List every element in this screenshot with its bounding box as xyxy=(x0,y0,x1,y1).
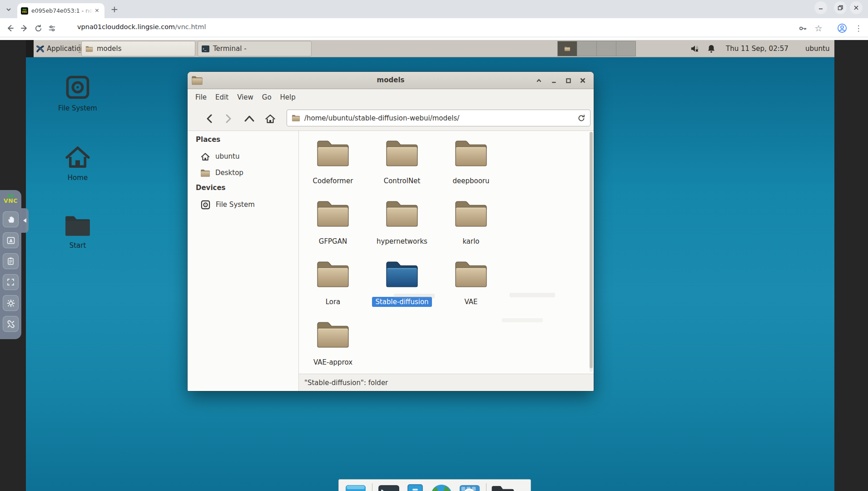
folder-item-hypernetworks[interactable]: hypernetworks xyxy=(367,197,436,257)
workspace-2[interactable] xyxy=(577,41,597,56)
scrollbar-thumb[interactable] xyxy=(590,132,593,368)
desktop-icon-file-system[interactable]: File System xyxy=(50,74,105,112)
shade-button[interactable] xyxy=(533,75,545,86)
home-button[interactable] xyxy=(264,113,277,125)
sidebar-header-devices: Devices xyxy=(196,184,226,192)
folder-item-stable-diffusion-selected[interactable]: Stable-diffusion xyxy=(367,257,436,318)
forward-button[interactable] xyxy=(222,113,235,125)
folder-item-vae-approx[interactable]: VAE-approx xyxy=(299,318,367,374)
folder-item-karlo[interactable]: karlo xyxy=(436,197,506,257)
path-bar[interactable]: /home/ubuntu/stable-diffusion-webui/mode… xyxy=(287,110,590,126)
folder-item-codeformer[interactable]: Codeformer xyxy=(299,136,367,197)
dock-file-manager-icon[interactable] xyxy=(489,482,517,491)
workspace-switcher[interactable] xyxy=(558,41,636,56)
desktop-icon-label: Start xyxy=(69,241,86,250)
workspace-1-active[interactable] xyxy=(557,41,577,56)
folder-item-vae[interactable]: VAE xyxy=(436,257,506,318)
sidebar-item-desktop[interactable]: Desktop xyxy=(200,165,243,180)
tab-title: e095eb74e053:1 - noVNC xyxy=(31,7,93,14)
panel-clock[interactable]: Thu 11 Sep, 02:57 xyxy=(726,40,789,57)
dock-terminal-icon[interactable] xyxy=(375,482,403,491)
status-text: "Stable-diffusion": folder xyxy=(304,379,388,387)
sidebar-item-file-system[interactable]: File System xyxy=(200,197,255,212)
bookmark-star-icon[interactable]: ☆ xyxy=(813,23,824,34)
workspace-4[interactable] xyxy=(616,41,636,56)
tab-search-chevron-icon[interactable] xyxy=(4,5,14,15)
folder-item-controlnet[interactable]: ControlNet xyxy=(367,136,436,197)
novnc-drag-hand-icon[interactable] xyxy=(3,211,19,227)
collapse-arrow-icon xyxy=(23,218,26,223)
dock-file-cabinet-icon[interactable] xyxy=(403,482,427,491)
dock-web-browser-icon[interactable] xyxy=(427,482,456,491)
mini-folder-icon xyxy=(564,46,570,51)
location-toolbar: /home/ubuntu/stable-diffusion-webui/mode… xyxy=(188,105,594,131)
window-close-button[interactable] xyxy=(850,1,863,14)
novnc-settings-gear-icon[interactable] xyxy=(3,295,19,311)
novnc-fullscreen-icon[interactable] xyxy=(3,274,19,290)
window-minimize-button[interactable] xyxy=(814,1,827,14)
folder-item-lora[interactable]: Lora xyxy=(299,257,367,318)
site-info-icon[interactable] xyxy=(46,23,57,34)
menu-help[interactable]: Help xyxy=(280,93,296,101)
minimize-button[interactable] xyxy=(548,75,560,86)
folder-icon xyxy=(384,137,420,168)
profile-avatar-icon[interactable] xyxy=(837,23,848,34)
browser-tab[interactable]: noVNC e095eb74e053:1 - noVNC × xyxy=(17,3,104,18)
url-bar[interactable]: vpna01clouddock.lingsie.com/vnc.html xyxy=(77,23,206,30)
folder-grid: Codeformer ControlNet deepbooru GFP xyxy=(299,136,506,374)
dock-separator xyxy=(372,483,372,491)
novnc-disconnect-icon[interactable] xyxy=(3,316,19,332)
workspace-3[interactable] xyxy=(596,41,616,56)
panel-user-label[interactable]: ubuntu xyxy=(805,40,829,57)
notifications-bell-icon[interactable] xyxy=(707,40,715,57)
tab-close-icon[interactable]: × xyxy=(93,7,101,15)
taskbar-button-models[interactable]: models xyxy=(81,41,195,56)
svg-text:A: A xyxy=(9,238,13,243)
menu-edit[interactable]: Edit xyxy=(215,93,228,101)
close-button[interactable] xyxy=(577,75,589,86)
new-tab-button[interactable]: + xyxy=(109,4,120,15)
novnc-clipboard-icon[interactable] xyxy=(3,253,19,269)
folder-label: ControlNet xyxy=(381,176,424,186)
xfce-panel: Applications models ›_ Terminal - xyxy=(26,40,834,57)
path-text[interactable]: /home/ubuntu/stable-diffusion-webui/mode… xyxy=(304,114,573,122)
folder-icon xyxy=(315,319,351,350)
volume-muted-icon[interactable] xyxy=(690,40,700,57)
reload-icon[interactable] xyxy=(577,114,585,122)
menubar: File Edit View Go Help xyxy=(188,89,594,105)
url-path: /vnc.html xyxy=(175,23,206,30)
maximize-button[interactable] xyxy=(562,75,574,86)
novnc-panel-handle[interactable] xyxy=(21,208,29,233)
menu-view[interactable]: View xyxy=(237,93,253,101)
folder-icon-selected xyxy=(384,258,420,289)
desktop-icon-home[interactable]: Home xyxy=(50,143,105,182)
file-icon-view[interactable]: Codeformer ControlNet deepbooru GFP xyxy=(299,131,594,374)
titlebar[interactable]: models xyxy=(188,72,594,89)
browser-forward-icon[interactable] xyxy=(19,23,30,34)
menu-file[interactable]: File xyxy=(195,93,207,101)
scrollbar[interactable] xyxy=(590,132,593,372)
novnc-control-bar: no VNC A xyxy=(0,190,21,339)
dock-app-finder-icon[interactable] xyxy=(456,482,484,491)
tasklist-grip xyxy=(79,45,81,53)
menu-go[interactable]: Go xyxy=(262,93,272,101)
back-button[interactable] xyxy=(203,113,216,125)
novnc-keyboard-icon[interactable]: A xyxy=(3,232,19,248)
url-domain: vpna01clouddock.lingsie.com xyxy=(77,23,175,30)
window-restore-button[interactable] xyxy=(834,1,847,14)
sidebar-item-ubuntu[interactable]: ubuntu xyxy=(200,149,239,164)
browser-menu-dots-icon[interactable]: ⋮ xyxy=(853,23,864,34)
taskbar-button-terminal[interactable]: ›_ Terminal - xyxy=(198,41,312,56)
status-bar: "Stable-diffusion": folder xyxy=(299,374,594,391)
passwords-key-icon[interactable] xyxy=(797,23,808,34)
browser-back-icon[interactable] xyxy=(5,23,15,34)
folder-label: GFPGAN xyxy=(316,236,350,246)
folder-item-gfpgan[interactable]: GFPGAN xyxy=(299,197,367,257)
task-label: models xyxy=(97,45,122,53)
folder-icon xyxy=(384,198,420,229)
up-button[interactable] xyxy=(243,113,256,125)
desktop-icon-start[interactable]: Start xyxy=(50,213,105,250)
browser-reload-icon[interactable] xyxy=(33,23,44,34)
folder-item-deepbooru[interactable]: deepbooru xyxy=(436,136,506,197)
dock-show-desktop-icon[interactable] xyxy=(342,482,370,491)
